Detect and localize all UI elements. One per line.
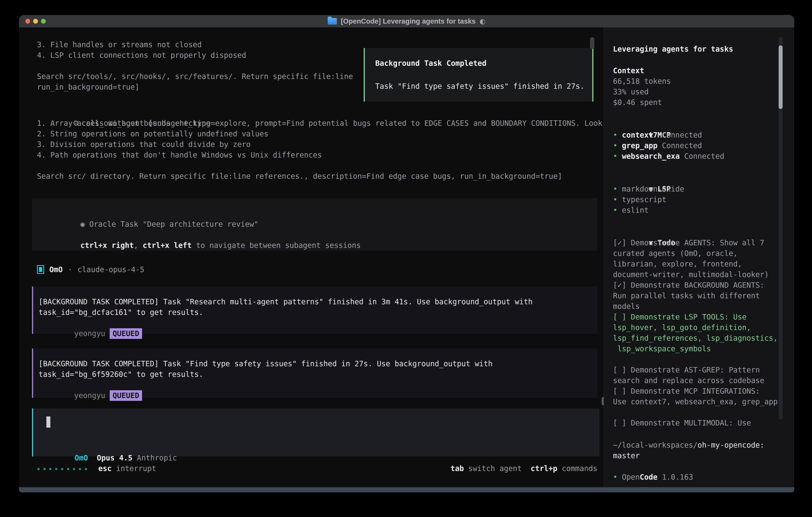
oracle-task-title: Oracle Task "Deep architecture review" xyxy=(89,220,258,228)
lsp-item: • markdown-oxide xyxy=(613,184,684,194)
provider-label: Anthropic xyxy=(137,454,177,462)
todo-item: [ ] Demonstrate MCP INTEGRATIONS: xyxy=(613,386,778,397)
agent-name: OmO xyxy=(49,265,63,274)
message-text: task_id="bg_dcfac161" to get results. xyxy=(38,307,598,318)
input-model-row: OmO Opus 4.5 Anthropic xyxy=(39,442,177,453)
todo-item: models xyxy=(613,301,778,312)
minimize-button[interactable] xyxy=(33,19,38,24)
version-line: • OpenCode 1.0.163 xyxy=(613,472,693,483)
input-cursor xyxy=(46,416,50,428)
oracle-task-box: ◉ Oracle Task "Deep architecture review"… xyxy=(32,198,598,251)
traffic-lights xyxy=(25,19,46,24)
output-line: run_in_background=true] xyxy=(37,82,353,92)
lsp-list: • markdown-oxide• typescript• eslint xyxy=(613,184,684,216)
todo-item: [ ] Demonstrate LSP TOOLS: Use xyxy=(613,312,778,322)
workspace-line: master xyxy=(613,451,764,461)
chat-input[interactable]: OmO Opus 4.5 Anthropic xyxy=(32,408,600,456)
close-button[interactable] xyxy=(25,19,30,24)
key-ctrl-x-right: ctrl+x right xyxy=(80,241,134,250)
todo-heading[interactable]: ▼ Todo xyxy=(613,227,778,238)
label-commands: commands xyxy=(557,464,598,473)
main-terminal: 3. File handles or streams not closed4. … xyxy=(19,27,604,487)
key-tab: tab xyxy=(451,464,464,473)
window-title: [OpenCode] Leveraging agents for tasks ◐ xyxy=(328,17,486,25)
author-label: yeongyu xyxy=(74,391,105,400)
tool-call-line: 3. Division operations that could divide… xyxy=(37,139,620,150)
label-interrupt: interrupt xyxy=(112,464,156,473)
session-title: Leveraging agents for tasks xyxy=(613,44,733,54)
todo-item: lsp_workspace_symbols xyxy=(613,344,778,354)
tool-call-block: ⚙ call_omo_agent [subagent_type=explore,… xyxy=(37,107,620,182)
todo-item: [✓] Demonstrate BACKGROUND AGENTS: xyxy=(613,280,778,291)
todo-item: lsp_find_references, lsp_diagnostics, xyxy=(613,333,778,344)
mcp-item: • grep_app Connected xyxy=(613,140,724,151)
todo-item xyxy=(613,407,778,418)
toast-title: Background Task Completed xyxy=(375,58,592,69)
todo-item: librarian, explore, frontend, xyxy=(613,259,778,269)
output-paragraph: 3. File handles or streams not closed4. … xyxy=(37,39,353,92)
output-line xyxy=(37,61,353,71)
tool-call-line xyxy=(37,160,620,171)
folder-icon xyxy=(328,18,337,25)
author-label: yeongyu xyxy=(74,329,105,338)
mcp-heading[interactable]: ▼ MCP xyxy=(613,119,724,130)
todo-item: [ ] Demonstrate MULTIMODAL: Use xyxy=(613,418,778,428)
model-label: Opus 4.5 xyxy=(97,454,133,462)
output-line: 4. LSP client connections not properly d… xyxy=(37,50,353,61)
todo-item: document-writer, multimodal-looker) xyxy=(613,269,778,280)
lsp-section: ▼ LSP • markdown-oxide• typescript• esli… xyxy=(613,173,684,216)
app-window: [OpenCode] Leveraging agents for tasks ◐… xyxy=(19,15,794,492)
todo-item: curated agents (OmO, oracle, xyxy=(613,248,778,259)
workspace-line: ~/local-workspaces/oh-my-opencode: xyxy=(613,440,764,451)
status-badge: QUEUED xyxy=(110,390,142,401)
tool-call-line: 2. String operations on potentially unde… xyxy=(37,129,620,139)
context-stat: $0.46 spent xyxy=(613,97,671,108)
lsp-item: • typescript xyxy=(613,194,684,205)
titlebar: [OpenCode] Leveraging agents for tasks ◐ xyxy=(19,15,794,27)
status-bar: ▪▪▪▪▪▪▪▪▪ esc interrupt tab switch agent… xyxy=(37,463,598,474)
mcp-item: • context7 Connected xyxy=(613,130,724,140)
key-esc: esc xyxy=(98,464,112,473)
context-heading: Context xyxy=(613,65,671,76)
todo-item: Run parallel tasks with different xyxy=(613,291,778,301)
status-badge: QUEUED xyxy=(110,328,142,339)
context-section: Context 66,518 tokens33% used$0.46 spent xyxy=(613,65,671,108)
mcp-section: ▼ MCP • context7 Connected• grep_app Con… xyxy=(613,119,724,162)
model-name: claude-opus-4-5 xyxy=(78,265,144,274)
window-title-text: [OpenCode] Leveraging agents for tasks xyxy=(341,17,476,25)
todo-item: [ ] Demonstrate AST-GREP: Pattern xyxy=(613,365,778,375)
tool-call-line: Search src/ directory. Return specific f… xyxy=(37,171,620,182)
zoom-button[interactable] xyxy=(41,19,46,24)
background-task-message: [BACKGROUND TASK COMPLETED] Task "Find t… xyxy=(32,349,598,398)
sidebar-scrollbar-thumb[interactable] xyxy=(779,45,783,109)
toast-notification[interactable]: Background Task Completed Task "Find typ… xyxy=(364,48,593,102)
shortcut-hint: ctrl+x right, ctrl+x left to navigate be… xyxy=(45,229,598,240)
todo-list: [✓] Demonstrate AGENTS: Show all 7curate… xyxy=(613,238,778,428)
key-ctrl-x-left: ctrl+x left xyxy=(143,241,192,250)
lsp-heading[interactable]: ▼ LSP xyxy=(613,173,684,184)
output-line: 3. File handles or streams not closed xyxy=(37,39,353,50)
agent-icon xyxy=(37,265,44,274)
message-text: [BACKGROUND TASK COMPLETED] Task "Find t… xyxy=(38,358,598,369)
context-stat: 66,518 tokens xyxy=(613,76,671,87)
tool-call-line: 4. Path operations that don't handle Win… xyxy=(37,150,620,160)
separator-dot: · xyxy=(68,265,72,274)
fisheye-icon: ◉ xyxy=(80,220,89,228)
todo-item xyxy=(613,354,778,365)
background-task-message: [BACKGROUND TASK COMPLETED] Task "Resear… xyxy=(32,287,598,334)
label-switch-agent: switch agent xyxy=(464,464,522,473)
session-state-icon: ◐ xyxy=(480,17,486,25)
workspace-path: ~/local-workspaces/oh-my-opencode:master xyxy=(613,440,764,461)
key-ctrl-p: ctrl+p xyxy=(522,464,557,473)
output-line: Search src/tools/, src/hooks/, src/featu… xyxy=(37,71,353,82)
todo-item: Use context7, websearch_exa, grep_app xyxy=(613,397,778,407)
mcp-item: • websearch_exa Connected xyxy=(613,151,724,162)
spinner-dots: ▪▪▪▪▪▪▪▪▪ xyxy=(37,466,90,472)
toast-scrollbar-thumb[interactable] xyxy=(590,37,594,49)
agent-badge: OmO xyxy=(75,454,88,462)
sidebar: Leveraging agents for tasks Context 66,5… xyxy=(604,27,794,487)
mcp-list: • context7 Connected• grep_app Connected… xyxy=(613,130,724,162)
agent-header: OmO · claude-opus-4-5 xyxy=(37,263,144,276)
todo-section: ▼ Todo [✓] Demonstrate AGENTS: Show all … xyxy=(613,227,778,428)
context-stats: 66,518 tokens33% used$0.46 spent xyxy=(613,76,671,108)
